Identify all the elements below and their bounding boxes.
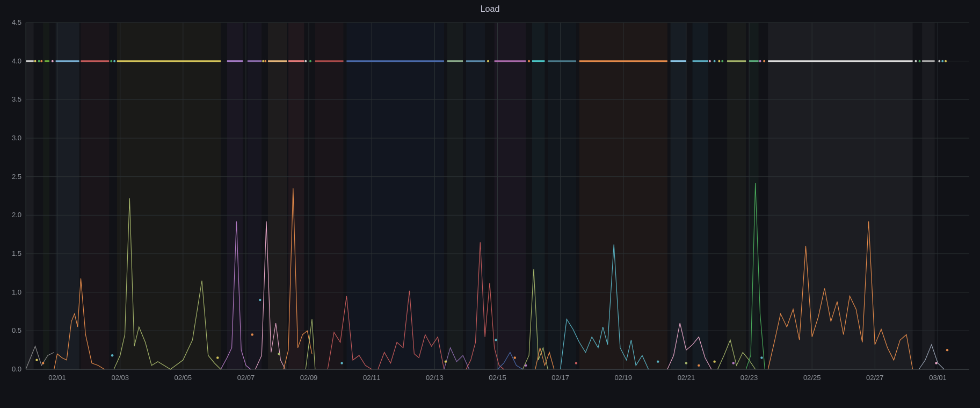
data-point bbox=[495, 339, 497, 341]
data-point bbox=[698, 364, 700, 367]
plot-area[interactable]: 0.00.51.01.52.02.53.03.54.04.502/0102/03… bbox=[0, 17, 980, 391]
annotation-region bbox=[495, 23, 526, 369]
annotation-region bbox=[749, 23, 759, 369]
annotation-region bbox=[288, 23, 304, 369]
y-tick-label: 3.5 bbox=[12, 95, 21, 103]
y-tick-label: 3.0 bbox=[12, 134, 21, 142]
annotation-region bbox=[227, 23, 243, 369]
top-point bbox=[309, 60, 311, 62]
x-tick-label: 02/23 bbox=[741, 374, 758, 382]
top-point bbox=[763, 60, 765, 62]
y-tick-label: 0.0 bbox=[12, 365, 21, 373]
data-point bbox=[278, 353, 280, 355]
y-tick-label: 1.0 bbox=[12, 288, 21, 296]
x-tick-label: 02/15 bbox=[489, 374, 506, 382]
top-point bbox=[918, 60, 920, 62]
data-point bbox=[525, 364, 527, 367]
annotation-region bbox=[548, 23, 576, 369]
annotation-region bbox=[727, 23, 746, 369]
top-point bbox=[262, 60, 264, 62]
annotation-region bbox=[447, 23, 463, 369]
top-point bbox=[714, 60, 716, 62]
data-point bbox=[251, 333, 253, 335]
x-tick-label: 02/21 bbox=[678, 374, 695, 382]
data-point bbox=[732, 362, 735, 364]
annotation-region bbox=[43, 23, 49, 369]
x-tick-label: 02/19 bbox=[614, 374, 632, 382]
top-point bbox=[52, 60, 54, 62]
annotation-region bbox=[315, 23, 344, 369]
annotation-region bbox=[26, 23, 34, 369]
annotation-region bbox=[532, 23, 545, 369]
data-point bbox=[713, 360, 715, 362]
top-point bbox=[110, 60, 112, 62]
annotation-region bbox=[671, 23, 686, 369]
data-point bbox=[445, 360, 447, 362]
annotation-region bbox=[466, 23, 485, 369]
annotation-region bbox=[922, 23, 934, 369]
data-point bbox=[514, 356, 516, 359]
x-tick-label: 02/17 bbox=[551, 374, 569, 382]
data-point bbox=[946, 349, 948, 351]
top-point bbox=[40, 60, 42, 62]
annotation-region bbox=[693, 23, 708, 369]
top-point bbox=[709, 60, 711, 62]
y-tick-label: 2.5 bbox=[12, 173, 21, 181]
x-tick-label: 02/03 bbox=[111, 374, 129, 382]
data-point bbox=[35, 359, 38, 361]
annotation-region bbox=[268, 23, 287, 369]
data-point bbox=[935, 362, 937, 364]
top-point bbox=[721, 60, 723, 62]
y-tick-label: 2.0 bbox=[12, 211, 21, 219]
top-point bbox=[113, 60, 115, 62]
annotation-region bbox=[248, 23, 262, 369]
data-point bbox=[575, 362, 577, 364]
x-tick-label: 02/01 bbox=[48, 374, 66, 382]
top-point bbox=[528, 60, 530, 62]
data-point bbox=[216, 356, 219, 359]
chart-svg[interactable]: 0.00.51.01.52.02.53.03.54.04.502/0102/03… bbox=[0, 17, 980, 391]
top-point bbox=[304, 60, 307, 62]
x-tick-label: 02/09 bbox=[300, 374, 318, 382]
data-point bbox=[259, 299, 261, 301]
y-tick-label: 4.5 bbox=[12, 18, 21, 26]
data-point bbox=[685, 362, 687, 364]
top-point bbox=[264, 60, 266, 62]
series-s-olive-2[interactable] bbox=[306, 319, 315, 369]
x-tick-label: 02/11 bbox=[363, 374, 381, 382]
data-point bbox=[760, 356, 763, 359]
y-tick-label: 1.5 bbox=[12, 249, 21, 257]
top-point bbox=[487, 60, 489, 62]
top-point bbox=[938, 60, 940, 62]
data-point bbox=[340, 362, 343, 364]
annotation-region bbox=[81, 23, 109, 369]
top-point bbox=[945, 60, 947, 62]
x-tick-label: 02/07 bbox=[237, 374, 255, 382]
data-point bbox=[111, 354, 113, 356]
top-point bbox=[34, 60, 37, 62]
top-point bbox=[914, 60, 917, 62]
top-point bbox=[718, 60, 720, 62]
data-point bbox=[42, 362, 44, 364]
x-tick-label: 03/01 bbox=[929, 374, 947, 382]
annotation-region bbox=[346, 23, 444, 369]
y-tick-label: 0.5 bbox=[12, 326, 21, 334]
chart-title: Load bbox=[0, 0, 980, 17]
top-point bbox=[38, 60, 40, 62]
top-point bbox=[941, 60, 943, 62]
x-tick-label: 02/13 bbox=[426, 374, 444, 382]
annotation-region bbox=[56, 23, 79, 369]
y-tick-label: 4.0 bbox=[12, 57, 21, 65]
x-tick-label: 02/25 bbox=[803, 374, 821, 382]
x-tick-label: 02/05 bbox=[175, 374, 192, 382]
top-point bbox=[759, 60, 761, 62]
chart-panel: Load 0.00.51.01.52.02.53.03.54.04.502/01… bbox=[0, 0, 980, 408]
x-tick-label: 02/27 bbox=[866, 374, 884, 382]
data-point bbox=[657, 360, 659, 362]
